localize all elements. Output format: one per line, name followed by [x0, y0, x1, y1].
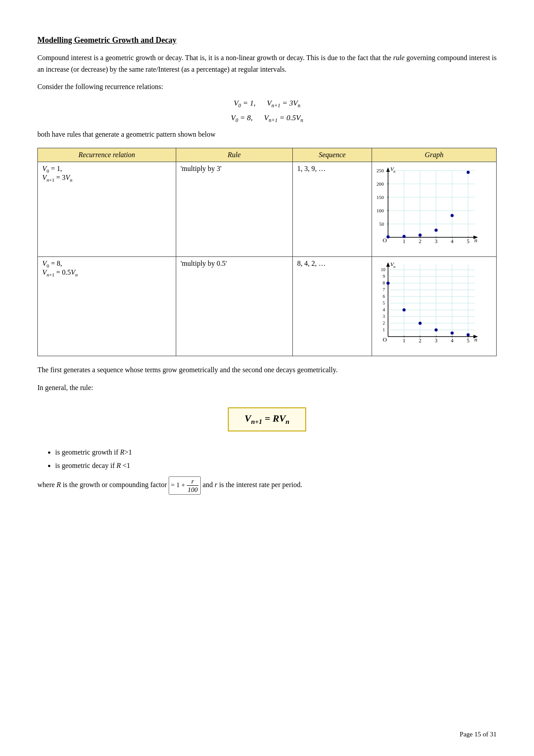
svg-text:n: n — [393, 264, 396, 269]
svg-text:8: 8 — [383, 280, 385, 285]
bullet-list: is geometric growth if R>1 is geometric … — [55, 446, 497, 473]
svg-text:5: 5 — [467, 238, 469, 244]
svg-text:100: 100 — [376, 208, 384, 213]
sequence-cell-1: 1, 3, 9, … — [292, 162, 372, 257]
svg-point-89 — [419, 322, 422, 325]
svg-point-40 — [419, 234, 422, 237]
paragraph-4: The first generates a sequence whose ter… — [37, 364, 497, 376]
svg-text:n: n — [474, 336, 477, 343]
svg-text:6: 6 — [383, 294, 385, 299]
paragraph-3: both have rules that generate a geometri… — [37, 129, 497, 140]
svg-text:4: 4 — [451, 238, 453, 244]
svg-point-87 — [387, 282, 390, 285]
svg-point-38 — [387, 236, 390, 239]
svg-point-90 — [435, 329, 438, 332]
page-title: Modelling Geometric Growth and Decay — [37, 36, 497, 45]
graph-svg-1: V n n O 1 2 3 4 — [375, 164, 481, 253]
svg-marker-46 — [386, 262, 390, 267]
svg-point-92 — [467, 333, 470, 337]
svg-text:4: 4 — [383, 307, 385, 312]
svg-text:n: n — [474, 237, 477, 244]
svg-point-43 — [467, 171, 470, 174]
svg-text:5: 5 — [383, 301, 385, 305]
svg-text:50: 50 — [379, 221, 384, 227]
svg-point-91 — [451, 332, 454, 335]
svg-text:3: 3 — [383, 314, 385, 319]
svg-text:1: 1 — [403, 238, 405, 244]
col-header-graph: Graph — [372, 148, 497, 162]
col-header-relation: Recurrence relation — [38, 148, 176, 162]
equation-1: V0 = 1, Vn+1 = 3Vn — [37, 99, 497, 109]
svg-text:250: 250 — [376, 168, 384, 173]
svg-point-39 — [403, 235, 406, 238]
svg-marker-2 — [386, 167, 390, 172]
svg-text:150: 150 — [376, 195, 384, 200]
svg-text:2: 2 — [383, 321, 385, 325]
formula-center: Vn+1 = RVn — [37, 399, 497, 439]
paragraph-2: Consider the following recurrence relati… — [37, 81, 497, 93]
table-row-1: V0 = 1, Vn+1 = 3Vn 'multiply by 3' 1, 3,… — [38, 162, 497, 257]
sequence-cell-2: 8, 4, 2, … — [292, 257, 372, 356]
page-number: Page 15 of 31 — [460, 731, 497, 738]
equation-2: V0 = 8, Vn+1 = 0.5Vn — [37, 114, 497, 124]
rule-cell-1: 'multiply by 3' — [176, 162, 292, 257]
col-header-rule: Rule — [176, 148, 292, 162]
main-formula: Vn+1 = RVn — [228, 407, 307, 431]
svg-text:2: 2 — [419, 337, 421, 344]
svg-point-88 — [403, 309, 406, 312]
table-row-2: V0 = 8, Vn+1 = 0.5Vn 'multiply by 0.5' 8… — [38, 257, 497, 356]
paragraph-5: In general, the rule: — [37, 382, 497, 394]
svg-text:2: 2 — [419, 238, 421, 244]
graph-cell-1: V n n O 1 2 3 4 — [372, 162, 497, 257]
svg-text:3: 3 — [435, 337, 437, 344]
bullet-item-2: is geometric decay if R <1 — [55, 459, 497, 472]
bullet-item-1: is geometric growth if R>1 — [55, 446, 497, 459]
paragraph-1: Compound interest is a geometric growth … — [37, 52, 497, 75]
svg-point-41 — [435, 229, 438, 232]
svg-text:n: n — [393, 169, 396, 174]
relation-cell-2: V0 = 8, Vn+1 = 0.5Vn — [38, 257, 176, 356]
recurrence-table: Recurrence relation Rule Sequence Graph … — [37, 148, 497, 356]
svg-text:3: 3 — [435, 238, 437, 244]
paragraph-6: where R is the growth or compounding fac… — [37, 476, 497, 495]
svg-text:4: 4 — [451, 337, 453, 344]
svg-text:1: 1 — [403, 337, 405, 344]
svg-text:7: 7 — [383, 287, 385, 292]
svg-text:5: 5 — [467, 337, 469, 344]
svg-text:O: O — [383, 336, 387, 343]
rule-cell-2: 'multiply by 0.5' — [176, 257, 292, 356]
graph-cell-2: V n n O — [372, 257, 497, 356]
svg-text:O: O — [383, 237, 387, 244]
svg-text:1: 1 — [383, 327, 385, 332]
svg-text:10: 10 — [381, 267, 385, 272]
svg-text:200: 200 — [376, 181, 384, 187]
graph-svg-2: V n n O — [375, 259, 481, 352]
svg-point-42 — [451, 214, 454, 217]
svg-text:9: 9 — [383, 274, 385, 279]
relation-cell-1: V0 = 1, Vn+1 = 3Vn — [38, 162, 176, 257]
col-header-sequence: Sequence — [292, 148, 372, 162]
